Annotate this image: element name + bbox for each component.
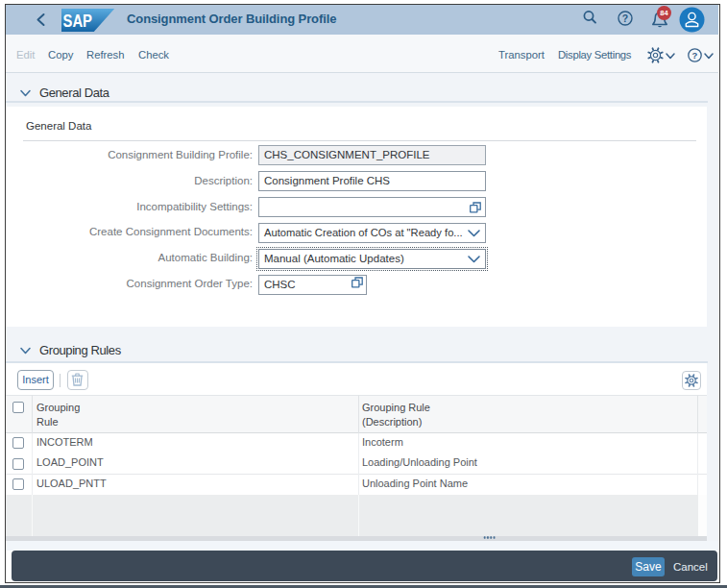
svg-text:SAP: SAP <box>62 11 92 31</box>
svg-text:?: ? <box>692 50 698 61</box>
svg-text:?: ? <box>622 12 628 23</box>
